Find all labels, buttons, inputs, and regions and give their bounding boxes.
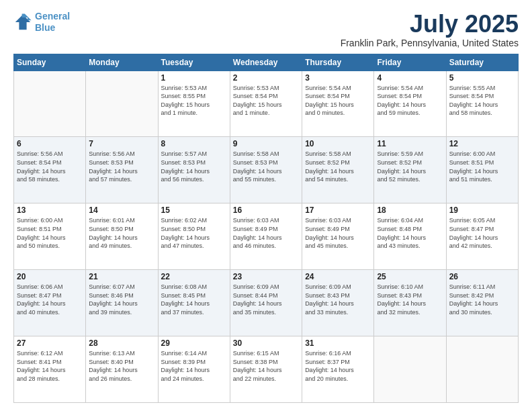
day-number: 26 — [449, 272, 515, 281]
calendar-cell: 12Sunrise: 6:00 AMSunset: 8:51 PMDayligh… — [446, 137, 518, 203]
day-number: 27 — [17, 338, 83, 348]
calendar-header-sunday: Sunday — [14, 54, 86, 71]
calendar-cell: 19Sunrise: 6:05 AMSunset: 8:47 PMDayligh… — [446, 203, 518, 270]
calendar-cell: 3Sunrise: 5:54 AMSunset: 8:54 PMDaylight… — [302, 71, 374, 137]
calendar-table: SundayMondayTuesdayWednesdayThursdayFrid… — [13, 54, 519, 403]
day-info: Sunrise: 6:12 AMSunset: 8:41 PMDaylight:… — [17, 349, 83, 383]
day-number: 7 — [89, 139, 154, 148]
location-title: Franklin Park, Pennsylvania, United Stat… — [341, 38, 519, 48]
page: General Blue July 2025 Franklin Park, Pe… — [0, 0, 532, 411]
day-number: 19 — [449, 205, 515, 215]
day-number: 12 — [449, 139, 515, 148]
day-info: Sunrise: 6:11 AMSunset: 8:42 PMDaylight:… — [449, 283, 515, 316]
calendar-header-row: SundayMondayTuesdayWednesdayThursdayFrid… — [14, 54, 519, 71]
day-info: Sunrise: 5:53 AMSunset: 8:55 PMDaylight:… — [161, 84, 227, 118]
day-number: 25 — [377, 272, 443, 281]
calendar-cell: 10Sunrise: 5:58 AMSunset: 8:52 PMDayligh… — [302, 137, 374, 203]
day-info: Sunrise: 6:03 AMSunset: 8:49 PMDaylight:… — [233, 216, 299, 250]
calendar-cell: 18Sunrise: 6:04 AMSunset: 8:48 PMDayligh… — [374, 203, 446, 270]
calendar-cell: 20Sunrise: 6:06 AMSunset: 8:47 PMDayligh… — [14, 270, 86, 336]
day-info: Sunrise: 6:09 AMSunset: 8:44 PMDaylight:… — [233, 283, 299, 316]
day-number: 6 — [17, 139, 83, 148]
calendar-header-monday: Monday — [86, 54, 158, 71]
day-number: 22 — [161, 272, 227, 281]
calendar-cell: 5Sunrise: 5:55 AMSunset: 8:54 PMDaylight… — [446, 71, 518, 137]
calendar-header-saturday: Saturday — [446, 54, 518, 71]
calendar-cell: 28Sunrise: 6:13 AMSunset: 8:40 PMDayligh… — [86, 336, 158, 403]
calendar-week-5: 27Sunrise: 6:12 AMSunset: 8:41 PMDayligh… — [14, 336, 519, 403]
logo-line2: Blue — [35, 22, 55, 33]
day-info: Sunrise: 6:01 AMSunset: 8:50 PMDaylight:… — [89, 216, 154, 250]
day-number: 30 — [233, 338, 299, 348]
day-info: Sunrise: 6:03 AMSunset: 8:49 PMDaylight:… — [305, 216, 371, 250]
calendar-cell: 11Sunrise: 5:59 AMSunset: 8:52 PMDayligh… — [374, 137, 446, 203]
logo-text: General Blue — [35, 11, 70, 34]
day-info: Sunrise: 5:55 AMSunset: 8:54 PMDaylight:… — [449, 84, 515, 118]
day-number: 17 — [305, 205, 371, 215]
calendar-cell: 1Sunrise: 5:53 AMSunset: 8:55 PMDaylight… — [158, 71, 230, 137]
calendar-cell: 25Sunrise: 6:10 AMSunset: 8:43 PMDayligh… — [374, 270, 446, 336]
day-number: 2 — [233, 73, 299, 83]
day-info: Sunrise: 5:53 AMSunset: 8:54 PMDaylight:… — [233, 84, 299, 118]
day-info: Sunrise: 5:58 AMSunset: 8:53 PMDaylight:… — [233, 150, 299, 183]
day-info: Sunrise: 6:02 AMSunset: 8:50 PMDaylight:… — [161, 216, 227, 250]
day-number: 18 — [377, 205, 443, 215]
logo: General Blue — [13, 11, 70, 34]
calendar-week-4: 20Sunrise: 6:06 AMSunset: 8:47 PMDayligh… — [14, 270, 519, 336]
calendar-cell: 14Sunrise: 6:01 AMSunset: 8:50 PMDayligh… — [86, 203, 158, 270]
calendar-cell: 21Sunrise: 6:07 AMSunset: 8:46 PMDayligh… — [86, 270, 158, 336]
title-area: July 2025 Franklin Park, Pennsylvania, U… — [341, 11, 519, 48]
calendar-cell — [86, 71, 158, 137]
day-number: 23 — [233, 272, 299, 281]
day-number: 28 — [89, 338, 154, 348]
calendar-header-wednesday: Wednesday — [230, 54, 302, 71]
day-info: Sunrise: 5:59 AMSunset: 8:52 PMDaylight:… — [377, 150, 443, 183]
calendar-header-friday: Friday — [374, 54, 446, 71]
day-info: Sunrise: 5:56 AMSunset: 8:53 PMDaylight:… — [89, 150, 154, 183]
calendar-cell: 23Sunrise: 6:09 AMSunset: 8:44 PMDayligh… — [230, 270, 302, 336]
day-number: 21 — [89, 272, 154, 281]
day-info: Sunrise: 6:00 AMSunset: 8:51 PMDaylight:… — [17, 216, 83, 250]
calendar-cell: 4Sunrise: 5:54 AMSunset: 8:54 PMDaylight… — [374, 71, 446, 137]
day-number: 24 — [305, 272, 371, 281]
day-number: 11 — [377, 139, 443, 148]
calendar-cell: 7Sunrise: 5:56 AMSunset: 8:53 PMDaylight… — [86, 137, 158, 203]
day-number: 29 — [161, 338, 227, 348]
month-title: July 2025 — [341, 11, 519, 38]
day-number: 10 — [305, 139, 371, 148]
calendar-week-3: 13Sunrise: 6:00 AMSunset: 8:51 PMDayligh… — [14, 203, 519, 270]
day-info: Sunrise: 6:14 AMSunset: 8:39 PMDaylight:… — [161, 349, 227, 383]
day-number: 4 — [377, 73, 443, 83]
calendar-cell: 13Sunrise: 6:00 AMSunset: 8:51 PMDayligh… — [14, 203, 86, 270]
day-number: 3 — [305, 73, 371, 83]
logo-icon — [13, 13, 32, 32]
day-number: 5 — [449, 73, 515, 83]
calendar-week-1: 1Sunrise: 5:53 AMSunset: 8:55 PMDaylight… — [14, 71, 519, 137]
calendar-cell: 8Sunrise: 5:57 AMSunset: 8:53 PMDaylight… — [158, 137, 230, 203]
day-info: Sunrise: 6:04 AMSunset: 8:48 PMDaylight:… — [377, 216, 443, 250]
day-info: Sunrise: 6:09 AMSunset: 8:43 PMDaylight:… — [305, 283, 371, 316]
day-number: 16 — [233, 205, 299, 215]
calendar-cell: 31Sunrise: 6:16 AMSunset: 8:37 PMDayligh… — [302, 336, 374, 403]
calendar-cell — [446, 336, 518, 403]
logo-line1: General — [35, 11, 70, 21]
day-info: Sunrise: 6:05 AMSunset: 8:47 PMDaylight:… — [449, 216, 515, 250]
calendar-cell: 22Sunrise: 6:08 AMSunset: 8:45 PMDayligh… — [158, 270, 230, 336]
calendar-cell — [374, 336, 446, 403]
calendar-cell: 9Sunrise: 5:58 AMSunset: 8:53 PMDaylight… — [230, 137, 302, 203]
day-number: 9 — [233, 139, 299, 148]
day-number: 20 — [17, 272, 83, 281]
calendar-cell: 27Sunrise: 6:12 AMSunset: 8:41 PMDayligh… — [14, 336, 86, 403]
day-info: Sunrise: 5:54 AMSunset: 8:54 PMDaylight:… — [377, 84, 443, 118]
day-info: Sunrise: 5:56 AMSunset: 8:54 PMDaylight:… — [17, 150, 83, 183]
calendar-cell: 15Sunrise: 6:02 AMSunset: 8:50 PMDayligh… — [158, 203, 230, 270]
day-info: Sunrise: 6:07 AMSunset: 8:46 PMDaylight:… — [89, 283, 154, 316]
calendar-cell: 17Sunrise: 6:03 AMSunset: 8:49 PMDayligh… — [302, 203, 374, 270]
calendar-cell: 16Sunrise: 6:03 AMSunset: 8:49 PMDayligh… — [230, 203, 302, 270]
calendar-cell: 29Sunrise: 6:14 AMSunset: 8:39 PMDayligh… — [158, 336, 230, 403]
calendar-cell: 26Sunrise: 6:11 AMSunset: 8:42 PMDayligh… — [446, 270, 518, 336]
day-info: Sunrise: 6:13 AMSunset: 8:40 PMDaylight:… — [89, 349, 154, 383]
day-info: Sunrise: 6:00 AMSunset: 8:51 PMDaylight:… — [449, 150, 515, 183]
calendar-cell: 30Sunrise: 6:15 AMSunset: 8:38 PMDayligh… — [230, 336, 302, 403]
day-number: 1 — [161, 73, 227, 83]
